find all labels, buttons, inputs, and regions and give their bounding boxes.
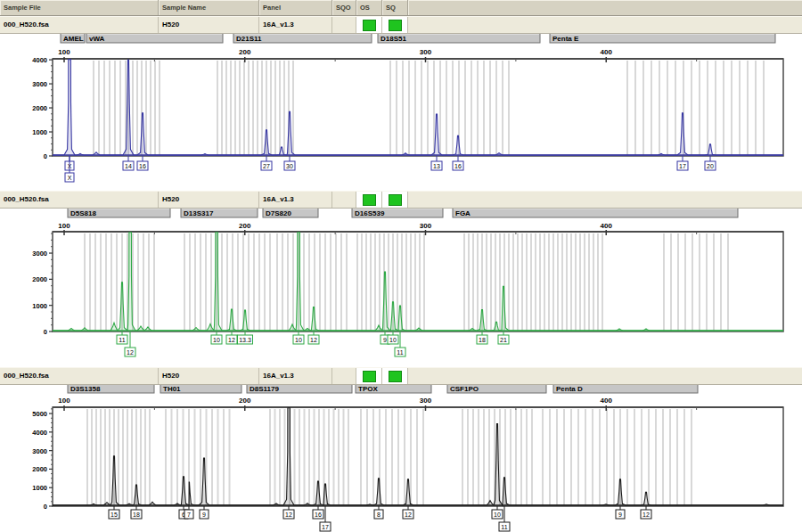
plot-area[interactable] [53,232,783,331]
allele-bin [588,233,590,331]
allele-bin [692,233,693,331]
allele-bin [731,61,732,155]
allele-bin [303,233,305,331]
y-axis-tick-label: 0 [44,503,47,511]
allele-bin [747,61,749,155]
allele-bin [517,233,519,331]
column-header-sqo: SQO [332,0,356,15]
allele-bin [184,233,185,331]
allele-bin [372,409,374,505]
allele-bin [669,409,671,505]
sample-name-value[interactable]: H520 [159,192,259,208]
marker-bar-label: TPOX [358,385,378,393]
allele-bin [144,409,146,505]
sq-status-cell[interactable] [382,368,408,384]
allele-bin [663,233,665,331]
allele-bin [715,61,716,155]
sample-file-value[interactable]: 000_H520.fsa [0,17,159,33]
x-axis-tick-label: 300 [420,48,432,56]
allele-bin [515,409,517,505]
allele-bin [585,409,586,505]
sample-name-value[interactable]: H520 [159,17,259,33]
allele-bin [176,409,178,505]
sample-file-value[interactable]: 000_H520.fsa [0,192,159,208]
marker-bar-label: CSF1PO [450,385,479,393]
allele-bin [490,233,492,331]
allele-bin [239,61,241,155]
table-header-row: Sample File Sample Name Panel SQO OS SQ [0,0,802,16]
allele-bin [136,61,138,155]
allele-bin [165,409,167,505]
plot-area[interactable] [53,59,783,156]
allele-bin [100,409,102,505]
allele-bin [606,409,608,505]
panel-value[interactable]: 16A_v1.3 [259,17,332,33]
marker-bar-fga[interactable] [453,208,738,217]
y-axis-tick-label: 2000 [32,275,47,283]
allele-label-text: 12 [405,512,412,518]
allele-bin [626,61,628,155]
sample-row[interactable]: 000_H520.fsa H520 16A_v1.3 [0,191,802,209]
allele-bin [98,61,100,155]
allele-bin [405,233,407,331]
allele-bin [189,233,191,331]
allele-bin [210,233,212,331]
sample-name-value[interactable]: H520 [159,368,259,384]
sqo-cell [332,192,356,208]
allele-bin [723,61,724,155]
marker-bar-label: vWA [89,35,105,43]
y-axis-tick-label: 3000 [32,250,47,258]
allele-bin [570,233,572,331]
marker-bar-vwa[interactable] [86,33,223,43]
sample-row[interactable]: 000_H520.fsa H520 16A_v1.3 [0,16,802,34]
sqo-cell [332,368,356,384]
y-axis-tick-label: 1000 [32,302,47,310]
allele-bin [319,233,321,331]
allele-bin [508,233,510,331]
column-header-sample-file: Sample File [0,0,159,15]
allele-bin [154,61,156,155]
sample-row[interactable]: 000_H520.fsa H520 16A_v1.3 [0,367,802,385]
allele-bin [365,233,367,331]
os-status-cell[interactable] [356,368,382,384]
allele-bin [713,233,715,331]
os-status-cell[interactable] [356,17,382,33]
allele-label-text: 27 [263,163,270,169]
allele-bin [526,233,528,331]
y-axis-tick-label: 2000 [32,104,47,112]
marker-bar-penta-e[interactable] [550,33,775,43]
allele-label-text: 9 [202,512,206,518]
sample-file-value[interactable]: 000_H520.fsa [0,368,159,384]
allele-label-text: 30 [286,163,293,169]
x-axis-tick-label: 200 [239,397,251,405]
allele-bin [119,61,121,155]
panel-value[interactable]: 16A_v1.3 [259,192,332,208]
x-axis-tick-label: 300 [420,222,432,230]
allele-bin [223,409,225,505]
allele-bin [419,233,421,331]
allele-bin [264,233,266,331]
x-axis-tick-label: 100 [58,222,70,230]
allele-bin [531,409,533,505]
allele-label-text: 7 [187,512,191,518]
sq-status-cell[interactable] [382,17,408,33]
allele-bin [171,409,173,505]
allele-bin [84,233,86,331]
allele-bin [423,233,425,331]
os-status-cell[interactable] [356,192,382,208]
allele-bin [94,233,96,331]
allele-bin [535,233,536,331]
allele-label-text: 11 [501,524,507,530]
allele-bin [338,409,340,505]
allele-bin [205,233,207,331]
allele-bin [452,61,454,155]
allele-bin [593,233,594,331]
allele-bin [200,409,201,505]
sq-status-green-indicator [389,20,402,31]
allele-bin [308,233,310,331]
allele-bin [626,409,628,505]
panel-value[interactable]: 16A_v1.3 [259,368,332,384]
sq-status-cell[interactable] [382,192,408,208]
allele-bin [486,233,487,331]
allele-bin [110,233,112,331]
